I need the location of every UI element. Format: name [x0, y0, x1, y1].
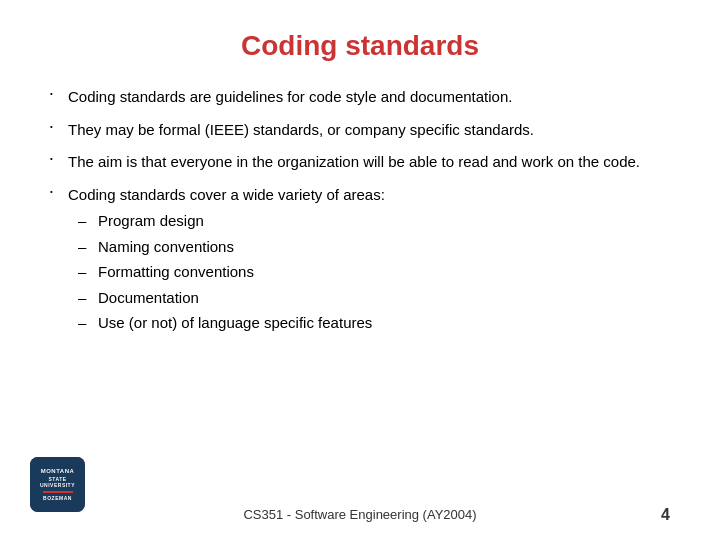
sub-dash-4: – [78, 287, 98, 310]
bullet-dot-1: • [50, 88, 68, 100]
bullet-dot-3: • [50, 153, 68, 165]
bullet-text-1: Coding standards are guidelines for code… [68, 86, 670, 109]
sub-item-4: – Documentation [78, 287, 670, 310]
sub-text-3: Formatting conventions [98, 261, 254, 284]
sub-dash-5: – [78, 312, 98, 335]
bullet-text-4: Coding standards cover a wide variety of… [68, 186, 385, 203]
bullet-text-2: They may be formal (IEEE) standards, or … [68, 119, 670, 142]
sub-dash-1: – [78, 210, 98, 233]
bullet-item-3: • The aim is that everyone in the organi… [50, 151, 670, 174]
sub-item-2: – Naming conventions [78, 236, 670, 259]
bullet-dot-4: • [50, 186, 68, 198]
sub-item-5: – Use (or not) of language specific feat… [78, 312, 670, 335]
sub-dash-2: – [78, 236, 98, 259]
bullet-dot-2: • [50, 121, 68, 133]
bullet-item-1: • Coding standards are guidelines for co… [50, 86, 670, 109]
bullet-item-2: • They may be formal (IEEE) standards, o… [50, 119, 670, 142]
logo-text-2: STATE UNIVERSITY [34, 476, 81, 489]
footer-course-text: CS351 - Software Engineering (AY2004) [243, 507, 476, 522]
footer-page-number: 4 [661, 506, 670, 524]
logo-text-3: BOZEMAN [34, 495, 81, 502]
bullet-text-3: The aim is that everyone in the organiza… [68, 151, 670, 174]
sub-text-4: Documentation [98, 287, 199, 310]
bullet-item-4: • Coding standards cover a wide variety … [50, 184, 670, 338]
sub-text-1: Program design [98, 210, 204, 233]
footer: MONTANA STATE UNIVERSITY BOZEMAN CS351 -… [0, 507, 720, 522]
sub-dash-3: – [78, 261, 98, 284]
university-logo: MONTANA STATE UNIVERSITY BOZEMAN [30, 457, 85, 512]
sub-item-1: – Program design [78, 210, 670, 233]
slide-content: • Coding standards are guidelines for co… [50, 86, 670, 338]
sub-text-2: Naming conventions [98, 236, 234, 259]
sub-item-3: – Formatting conventions [78, 261, 670, 284]
sub-list: – Program design – Naming conventions – … [78, 210, 670, 335]
slide: Coding standards • Coding standards are … [0, 0, 720, 540]
slide-title: Coding standards [50, 30, 670, 62]
logo-text-1: MONTANA [34, 468, 81, 476]
logo-inner: MONTANA STATE UNIVERSITY BOZEMAN [30, 457, 85, 512]
sub-text-5: Use (or not) of language specific featur… [98, 312, 372, 335]
